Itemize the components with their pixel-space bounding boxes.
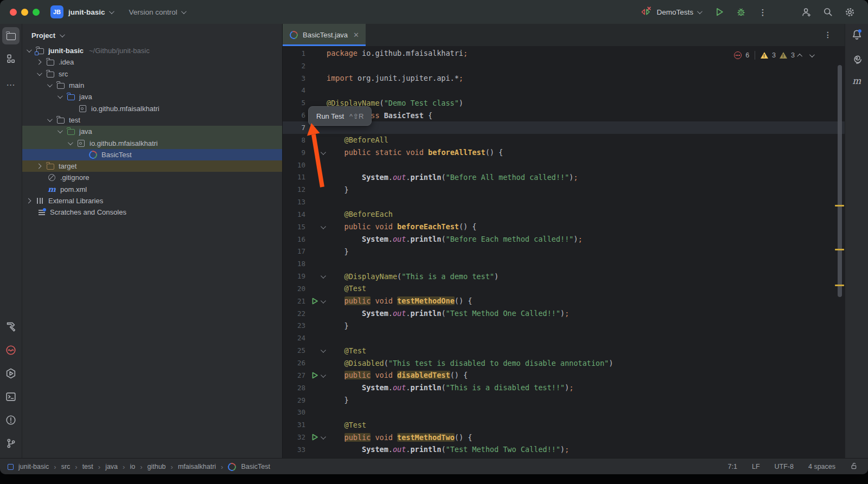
code-line-15[interactable]: 15 public void beforeEachTest() { [283,221,845,233]
code-line-12[interactable]: 12 } [283,183,845,196]
tree-item-test[interactable]: test [22,114,282,126]
code-line-10[interactable]: 10 [283,159,845,171]
file-lock-widget[interactable] [850,462,858,472]
services-tool-button[interactable] [5,367,17,382]
more-tool-windows-button[interactable]: ⋯ [2,76,20,93]
maven-tool-button[interactable]: m [852,75,861,86]
search-everywhere-icon[interactable] [821,5,834,18]
code-line-31[interactable]: 31 @Test [283,418,845,431]
structure-tool-button[interactable] [2,50,20,67]
more-actions-menu[interactable]: ⋮ [756,5,769,18]
code-line-23[interactable]: 23 } [283,320,845,332]
code-line-8[interactable]: 8 @BeforeAll [283,134,845,146]
fold-chevron-icon[interactable] [321,273,326,278]
code-line-26[interactable]: 26 @Disabled("This test is disabled to d… [283,357,845,369]
chevron-right-icon[interactable] [26,198,31,204]
breadcrumb-item-mfaisalkhatri[interactable]: mfaisalkhatri [178,463,216,470]
code-line-33[interactable]: 33 System.out.println("Test Method Two C… [283,443,845,456]
chevron-down-icon[interactable] [68,140,73,145]
run-test-tooltip[interactable]: Run Test ^⇧R [308,106,372,126]
tree-item-java[interactable]: java [22,91,282,102]
tree-item-io-github-mfaisalkhatri[interactable]: io.github.mfaisalkhatri [22,137,282,149]
notifications-button[interactable] [851,28,863,43]
code-line-16[interactable]: 16 System.out.println("Before Each metho… [283,233,845,246]
problems-tool-button[interactable] [5,414,17,428]
close-tab-icon[interactable]: ✕ [353,31,359,39]
code-line-29[interactable]: 29 } [283,394,845,406]
code-line-13[interactable]: 13 [283,196,845,208]
code-with-me-icon[interactable] [800,5,813,18]
fold-chevron-icon[interactable] [321,372,326,377]
chevron-right-icon[interactable] [36,164,42,169]
tree-item-scratches-and-consoles[interactable]: Scratches and Consoles [22,206,282,218]
tree-item-external-libraries[interactable]: External Libraries [22,195,282,206]
tree-item-main[interactable]: main [22,80,282,91]
breadcrumb-item-java[interactable]: java [105,463,118,470]
code-line-14[interactable]: 14 @BeforeEach [283,208,845,221]
version-control-menu[interactable]: Version control [129,8,185,16]
fold-chevron-icon[interactable] [321,298,326,303]
git-tool-button[interactable] [5,437,17,451]
code-line-27[interactable]: 27 public void disabledTest() { [283,369,845,382]
breadcrumb-item-src[interactable]: src [61,463,71,470]
chevron-down-icon[interactable] [47,82,53,87]
project-tool-button[interactable] [2,27,20,44]
tree-item--idea[interactable]: .idea [22,56,282,68]
chevron-right-icon[interactable] [36,60,42,65]
chevron-down-icon[interactable] [27,47,32,53]
code-line-2[interactable]: 2 [283,60,845,72]
tree-item-target[interactable]: target [22,160,282,172]
tree-item-basictest[interactable]: BasicTest [22,149,282,160]
breadcrumb-item-basictest[interactable]: BasicTest [241,463,270,470]
minimize-window-button[interactable] [21,9,28,16]
code-line-17[interactable]: 17 } [283,246,845,258]
encoding-widget[interactable]: UTF-8 [775,463,794,470]
tree-item-junit-basic[interactable]: junit-basic~/Github/junit-basic [22,45,282,56]
build-tool-button[interactable] [5,321,17,335]
ai-assistant-button[interactable] [851,52,863,66]
inspections-widget[interactable]: 6 3 3 [734,51,813,60]
tree-item-java[interactable]: java [22,126,282,137]
project-avatar[interactable]: JB [50,5,63,18]
project-panel-header[interactable]: Project [22,24,282,45]
tab-basictest-java[interactable]: BasicTest.java ✕ [283,24,366,46]
tree-item--gitignore[interactable]: .gitignore [22,172,282,183]
chevron-down-icon[interactable] [37,70,42,76]
breadcrumb-item-io[interactable]: io [130,463,135,470]
run-configuration-selector[interactable]: DemoTests [640,5,701,18]
line-separator-widget[interactable]: LF [752,463,760,470]
fold-chevron-icon[interactable] [321,224,326,229]
tree-item-pom-xml[interactable]: mpom.xml [22,184,282,195]
tab-options-menu[interactable]: ⋮ [824,30,832,39]
fold-chevron-icon[interactable] [321,434,326,439]
debug-button[interactable] [735,5,748,18]
code-line-32[interactable]: 32 public void testMethodTwo() { [283,431,845,443]
fold-chevron-icon[interactable] [321,347,326,352]
code-line-11[interactable]: 11 System.out.println("Before All method… [283,171,845,183]
tree-item-src[interactable]: src [22,68,282,80]
problems-inspection-button[interactable] [5,344,17,358]
editor-scrollbar[interactable] [838,65,842,297]
breadcrumb-item-test[interactable]: test [82,463,93,470]
code-line-19[interactable]: 19 @DisplayName("This is a demo test") [283,270,845,282]
run-button[interactable] [713,5,726,18]
indent-widget[interactable]: 4 spaces [808,463,835,470]
previous-problem-button[interactable] [797,53,802,59]
chevron-down-icon[interactable] [58,93,63,99]
close-window-button[interactable] [10,9,17,16]
code-line-4[interactable]: 4 [283,85,845,97]
warning-stripe-mark[interactable] [835,205,844,206]
code-line-3[interactable]: 3import org.junit.jupiter.api.*; [283,72,845,85]
code-line-24[interactable]: 24 [283,332,845,344]
breadcrumb-item-junit-basic[interactable]: junit-basic [18,463,49,470]
settings-gear-icon[interactable] [843,5,856,18]
breadcrumb-item-github[interactable]: github [148,463,166,470]
project-menu[interactable]: junit-basic [68,8,113,16]
chevron-down-icon[interactable] [58,128,63,133]
warning-stripe-mark[interactable] [835,249,844,250]
chevron-down-icon[interactable] [47,117,53,122]
zoom-window-button[interactable] [33,9,40,16]
fold-chevron-icon[interactable] [321,150,326,154]
code-line-25[interactable]: 25 @Test [283,344,845,357]
code-line-21[interactable]: 21 public void testMethodOne() { [283,295,845,307]
